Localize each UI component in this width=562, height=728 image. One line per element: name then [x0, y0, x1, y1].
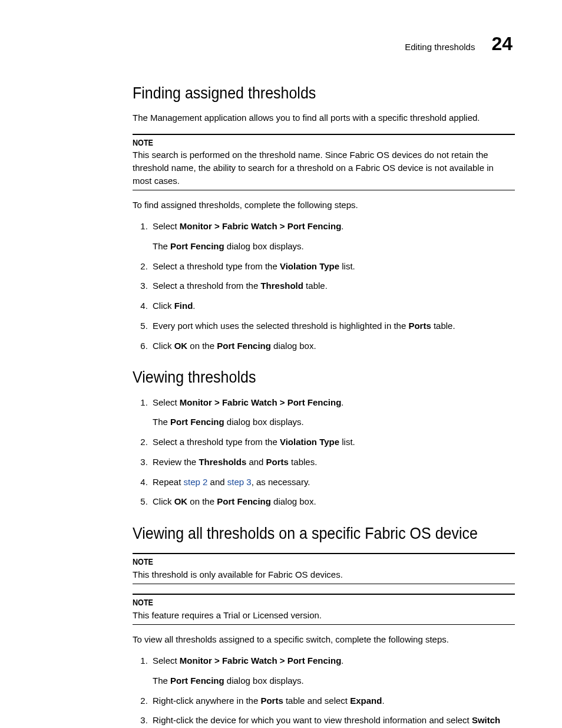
note-body: This threshold is only available for Fab…: [133, 568, 515, 581]
step-item: Select Monitor > Fabric Watch > Port Fen…: [150, 654, 515, 687]
note-body: This search is performed on the threshol…: [133, 149, 515, 187]
note-body: This feature requires a Trial or License…: [133, 609, 515, 622]
step-item: Click Find.: [150, 299, 515, 312]
button-name: OK: [174, 341, 188, 351]
ui-element-name: Threshold: [260, 281, 303, 291]
ui-element-name: Violation Type: [280, 437, 339, 447]
step-item: Select a threshold from the Threshold ta…: [150, 279, 515, 292]
note-block: NOTE This feature requires a Trial or Li…: [133, 594, 515, 625]
button-name: OK: [174, 496, 188, 506]
ui-element-name: Ports: [408, 321, 431, 331]
step-item: Click OK on the Port Fencing dialog box.: [150, 495, 515, 508]
ui-element-name: Ports: [266, 457, 289, 467]
note-block: NOTE This search is performed on the thr…: [133, 134, 515, 191]
note-label: NOTE: [133, 556, 477, 568]
step-item: Right-click the device for which you wan…: [150, 714, 515, 728]
note-label: NOTE: [133, 597, 477, 608]
heading-viewing-thresholds: Viewing thresholds: [133, 365, 515, 388]
running-header-text: Editing thresholds: [405, 41, 475, 54]
step-item: Right-click anywhere in the Ports table …: [150, 694, 515, 707]
step-item: Select Monitor > Fabric Watch > Port Fen…: [150, 220, 515, 253]
chapter-number: 24: [491, 34, 513, 53]
step-text: Select: [153, 221, 180, 231]
step-subtext: The Port Fencing dialog box displays.: [153, 416, 515, 429]
step-item: Select a threshold type from the Violati…: [150, 436, 515, 449]
running-header: Editing thresholds 24: [47, 34, 515, 54]
dialog-name: Port Fencing: [170, 417, 224, 427]
ui-element-name: Thresholds: [199, 457, 246, 467]
step-item: Repeat step 2 and step 3, as necessary.: [150, 476, 515, 489]
cross-reference-link[interactable]: step 3: [227, 477, 252, 487]
step-subtext: The Port Fencing dialog box displays.: [153, 674, 515, 687]
ui-element-name: Ports: [260, 696, 283, 706]
intro-paragraph: The Management application allows you to…: [133, 111, 515, 124]
step-item: Select a threshold type from the Violati…: [150, 260, 515, 273]
heading-finding-assigned-thresholds: Finding assigned thresholds: [133, 81, 515, 104]
button-name: Find: [174, 301, 193, 311]
dialog-name: Port Fencing: [217, 341, 271, 351]
step-item: Review the Thresholds and Ports tables.: [150, 456, 515, 469]
menu-path: Monitor > Fabric Watch > Port Fencing: [180, 221, 341, 231]
step-item: Every port which uses the selected thres…: [150, 319, 515, 332]
step-item: Select Monitor > Fabric Watch > Port Fen…: [150, 396, 515, 429]
note-block: NOTE This threshold is only available fo…: [133, 553, 515, 584]
steps-list: Select Monitor > Fabric Watch > Port Fen…: [133, 654, 515, 728]
step-text: .: [341, 221, 343, 231]
steps-list: Select Monitor > Fabric Watch > Port Fen…: [133, 396, 515, 509]
dialog-name: Port Fencing: [170, 241, 224, 251]
lead-in-paragraph: To view all thresholds assigned to a spe…: [133, 633, 515, 646]
dialog-name: Port Fencing: [170, 676, 224, 686]
steps-list: Select Monitor > Fabric Watch > Port Fen…: [133, 220, 515, 352]
heading-viewing-all-thresholds-device: Viewing all thresholds on a specific Fab…: [133, 521, 515, 545]
menu-path: Monitor > Fabric Watch > Port Fencing: [180, 655, 341, 666]
lead-in-paragraph: To find assigned thresholds, complete th…: [133, 199, 515, 212]
note-label: NOTE: [133, 137, 477, 149]
step-subtext: The Port Fencing dialog box displays.: [153, 240, 515, 253]
menu-path: Monitor > Fabric Watch > Port Fencing: [180, 397, 341, 407]
cross-reference-link[interactable]: step 2: [184, 477, 208, 487]
menu-item-name: Expand: [350, 696, 382, 706]
step-item: Click OK on the Port Fencing dialog box.: [150, 340, 515, 353]
ui-element-name: Violation Type: [280, 261, 339, 271]
dialog-name: Port Fencing: [217, 496, 271, 506]
